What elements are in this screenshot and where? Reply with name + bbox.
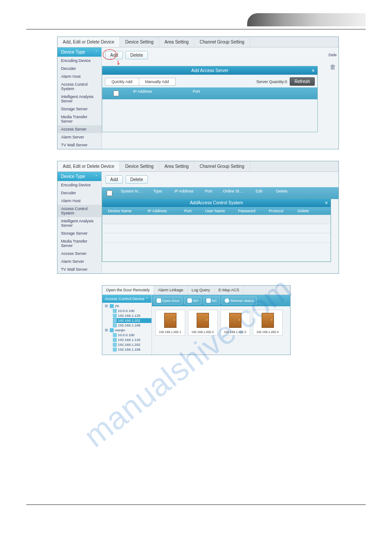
close-icon[interactable]: × — [312, 68, 315, 74]
chevron-up-icon: ⌃ — [145, 297, 149, 301]
work-area: ➘ Add Delete Dele 🗑 Add Access Server× Q… — [102, 47, 338, 149]
add-access-server-dialog: Add Access Server× Quickly Add Manually … — [102, 66, 318, 132]
dialog-body-empty — [102, 99, 317, 132]
device-icon — [113, 323, 117, 327]
col-online: Online St… — [219, 187, 248, 199]
sidebar-item-access-server[interactable]: Access Server — [58, 250, 101, 258]
sidebar-item-media[interactable]: Media Transfer Server — [58, 237, 101, 250]
device-type-sidebar: Device Type⌃ Encoding Device Decoder Ala… — [58, 47, 102, 149]
device-icon — [113, 314, 117, 318]
sidebar-item-tvwall[interactable]: TV Wall Server — [58, 141, 101, 149]
tree-item[interactable]: 10.0.0.100 — [113, 333, 151, 337]
sidebar-item-acs[interactable]: Access Control System — [58, 205, 101, 217]
nc-button[interactable]: NC — [203, 297, 220, 305]
sidebar-item-alarm-server[interactable]: Alarm Server — [58, 133, 101, 141]
sidebar-item-acs[interactable]: Access Control System — [58, 80, 101, 93]
tab-alarm-linkage[interactable]: Alarm Linkage — [154, 286, 188, 294]
sidebar-item-ias[interactable]: Intelligent Analysis Server — [58, 217, 101, 229]
quickly-add-tab[interactable]: Quickly Add — [105, 78, 139, 86]
tree-item[interactable]: 192.168.1.188 — [113, 323, 151, 328]
tree-item[interactable]: 192.168.1.120 — [113, 337, 151, 342]
group-icon — [110, 304, 114, 308]
tab-open-door[interactable]: Open the Door Remotely — [102, 286, 155, 294]
no-button[interactable]: NO — [184, 297, 201, 305]
trash-icon[interactable]: 🗑 — [330, 63, 336, 70]
door-card[interactable]: 192.168.1.202-2 — [188, 310, 218, 336]
col-password: Password — [231, 207, 262, 215]
col-port: Port — [198, 187, 219, 199]
device-tree: ⊟ZK 10.0.0.100 192.168.1.120 192.168.1.2… — [102, 303, 151, 354]
group-icon — [110, 328, 114, 332]
sidebar-header[interactable]: Device Type⌃ — [58, 172, 101, 181]
door-card[interactable]: 192.168.1.202-1 — [155, 310, 185, 336]
tree-group-zk[interactable]: ⊟ZK — [105, 304, 151, 308]
sidebar-item-decoder[interactable]: Decoder — [58, 65, 101, 73]
acs-device-tree-panel: Access Control Device⌃ ⊟ZK 10.0.0.100 19… — [102, 295, 152, 355]
device-icon — [113, 309, 117, 313]
col-ip: IP Address — [129, 87, 189, 99]
tab-channel-group[interactable]: Channel Group Setting — [194, 161, 250, 171]
tree-item[interactable]: 10.0.0.100 — [113, 308, 151, 313]
add-button[interactable]: Add — [105, 51, 123, 59]
sidebar-item-storage[interactable]: Storage Server — [58, 229, 101, 237]
tab-channel-group[interactable]: Channel Group Setting — [194, 37, 250, 47]
sidebar-item-decoder[interactable]: Decoder — [58, 189, 101, 197]
door-icon — [164, 313, 176, 328]
tab-device-setting[interactable]: Device Setting — [120, 161, 159, 171]
doors-grid: 192.168.1.202-1 192.168.1.202-2 192.168.… — [152, 306, 290, 339]
door-card[interactable]: 192.168.1.202-4 — [253, 310, 283, 336]
col-port: Port — [189, 87, 223, 99]
col-edit: Edit — [248, 187, 270, 199]
chevron-up-icon: ⌃ — [95, 174, 98, 178]
sidebar-item-alarm-server[interactable]: Alarm Server — [58, 258, 101, 265]
delete-button[interactable]: Delete — [126, 175, 148, 184]
add-button[interactable]: Add — [105, 175, 123, 184]
door-card[interactable]: 192.168.1.202-3 — [220, 310, 250, 336]
dialog-title: Add Access Server× — [102, 66, 317, 75]
add-acs-dialog: AddAccess Control System× Device Name IP… — [102, 198, 331, 262]
tree-item[interactable]: 192.168.1.120 — [113, 313, 151, 318]
tab-log-query[interactable]: Log Query — [188, 286, 215, 294]
header-gradient — [247, 13, 366, 26]
tabbar: Open the Door Remotely Alarm Linkage Log… — [102, 286, 290, 295]
sidebar-item-media[interactable]: Media Transfer Server — [58, 113, 101, 125]
tab-add-edit-delete[interactable]: Add, Edit or Delete Device — [58, 161, 120, 171]
sidebar-item-encoding[interactable]: Encoding Device — [58, 181, 101, 189]
open-door-button[interactable]: Open Door — [154, 297, 183, 305]
sidebar-header[interactable]: Device Type⌃ — [58, 47, 101, 57]
chevron-up-icon: ⌃ — [95, 50, 98, 54]
close-icon[interactable]: × — [325, 200, 328, 206]
tab-add-edit-delete[interactable]: Add, Edit or Delete Device — [58, 37, 120, 47]
refresh-status-button[interactable]: Refresh Status — [222, 297, 257, 305]
screenshot-add-access-server: Add, Edit or Delete Device Device Settin… — [57, 36, 339, 149]
delete-button[interactable]: Delete — [126, 51, 148, 59]
tree-group-menjin[interactable]: ⊟menjin — [105, 328, 151, 333]
work-area: Add Delete System N… Type IP Address Por… — [102, 172, 338, 273]
col-ip: IP Address — [137, 207, 177, 215]
tree-item[interactable]: 192.168.1.202 — [113, 342, 151, 347]
server-quantity-label: Server Quantity:0 — [254, 80, 290, 84]
manually-add-tab[interactable]: Manually Add — [139, 78, 176, 86]
select-all-checkbox[interactable] — [107, 190, 112, 196]
refresh-button[interactable]: Refresh — [290, 77, 315, 86]
tab-device-setting[interactable]: Device Setting — [120, 37, 159, 47]
tab-area-setting[interactable]: Area Setting — [159, 37, 194, 47]
sidebar-item-tvwall[interactable]: TV Wall Server — [58, 265, 101, 273]
tree-header[interactable]: Access Control Device⌃ — [102, 295, 151, 303]
door-icon — [229, 313, 241, 328]
device-icon — [113, 319, 117, 323]
select-all-checkbox[interactable] — [113, 91, 119, 96]
tree-item[interactable]: 192.168.1.188 — [113, 347, 151, 352]
tree-item-selected[interactable]: 192.168.1.202 — [113, 318, 151, 323]
sidebar-item-ias[interactable]: Intelligent Analysis Server — [58, 93, 101, 105]
sidebar-item-encoding[interactable]: Encoding Device — [58, 57, 101, 65]
sidebar-item-alarm-host[interactable]: Alarm Host — [58, 197, 101, 205]
tab-emap-acs[interactable]: E-Map ACS — [215, 286, 244, 294]
sidebar-item-storage[interactable]: Storage Server — [58, 105, 101, 113]
sidebar-item-access-server[interactable]: Access Server — [58, 125, 101, 133]
tab-area-setting[interactable]: Area Setting — [159, 161, 194, 171]
device-icon — [113, 348, 117, 352]
sidebar-item-alarm-host[interactable]: Alarm Host — [58, 73, 101, 80]
truncated-dele-label: Dele — [328, 53, 337, 57]
nc-icon — [206, 298, 211, 303]
